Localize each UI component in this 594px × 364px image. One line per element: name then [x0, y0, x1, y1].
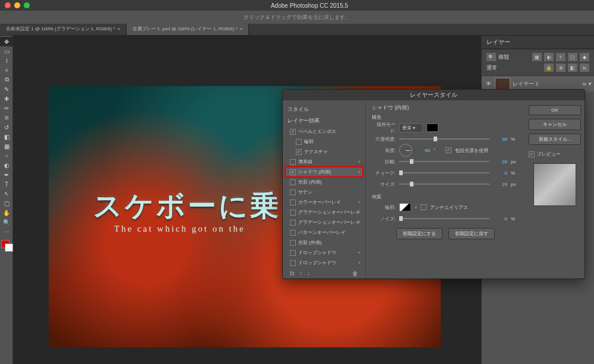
style-bevel-emboss[interactable]: ベベルとエンボス: [285, 126, 363, 137]
color-swatches[interactable]: [0, 239, 12, 253]
type-tool[interactable]: T: [0, 179, 13, 189]
shape-tool[interactable]: ▢: [0, 198, 13, 208]
size-value[interactable]: 29: [493, 182, 507, 187]
add-instance-icon[interactable]: +: [358, 250, 361, 255]
filter-smart-icon[interactable]: ◆: [580, 53, 589, 61]
stamp-tool[interactable]: ⧇: [0, 113, 13, 122]
gradient-tool[interactable]: ▦: [0, 141, 13, 151]
add-instance-icon[interactable]: +: [358, 159, 361, 164]
dialog-title-bar[interactable]: レイヤースタイル: [283, 90, 584, 100]
trash-icon[interactable]: 🗑: [352, 270, 358, 277]
move-tool[interactable]: ✥: [0, 37, 13, 46]
add-instance-icon[interactable]: +: [358, 210, 361, 215]
style-inner-glow[interactable]: 光彩 (内側): [285, 177, 363, 187]
distance-value[interactable]: 28: [493, 159, 507, 164]
contour-picker[interactable]: [399, 203, 411, 211]
ok-button[interactable]: OK: [529, 105, 581, 115]
brush-tool[interactable]: ✏: [0, 103, 13, 113]
crop-tool[interactable]: ⧉: [0, 75, 13, 84]
close-tab-icon[interactable]: ×: [240, 26, 243, 31]
zoom-tool[interactable]: 🔍: [0, 217, 13, 227]
artwork-main-text: スケボーに乗: [93, 187, 281, 225]
eraser-tool[interactable]: ◧: [0, 132, 13, 141]
hand-tool[interactable]: ✋: [0, 208, 13, 217]
style-inner-shadow[interactable]: シャドウ (内側)+: [285, 167, 363, 177]
fill-icon[interactable]: ◧: [568, 64, 577, 72]
reset-default-button[interactable]: 初期設定に戻す: [448, 228, 495, 239]
shadow-color-chip[interactable]: [426, 124, 438, 132]
choke-slider[interactable]: [399, 172, 489, 173]
angle-value[interactable]: 90: [416, 148, 430, 153]
add-instance-icon[interactable]: +: [358, 220, 361, 225]
close-window-button[interactable]: [5, 2, 11, 8]
blur-tool[interactable]: ○: [0, 151, 13, 160]
style-satin[interactable]: サテン: [285, 187, 363, 197]
add-instance-icon[interactable]: +: [358, 200, 361, 205]
angle-dial[interactable]: [399, 144, 412, 157]
opacity-slider[interactable]: [399, 138, 489, 140]
healing-tool[interactable]: ✚: [0, 94, 13, 103]
layer-thumbnail[interactable]: [495, 78, 510, 90]
layers-panel-title[interactable]: レイヤー: [482, 36, 594, 49]
size-slider[interactable]: [399, 183, 489, 185]
move-down-icon[interactable]: ↓: [307, 270, 310, 277]
filter-type-icon[interactable]: T: [556, 53, 565, 61]
add-instance-icon[interactable]: +: [358, 260, 361, 265]
choke-value[interactable]: 0: [493, 170, 507, 176]
collapse-fx-icon[interactable]: ▾: [589, 81, 592, 87]
blend-mode-select[interactable]: 乗算 ▾: [399, 124, 423, 132]
lock-icon[interactable]: 🔒: [544, 64, 554, 72]
fx-menu-icon[interactable]: fx: [290, 270, 295, 277]
style-contour[interactable]: 輪郭: [285, 137, 363, 147]
document-tab-2[interactable]: 金属プレート.psd @ 100% (レイヤー 1, RGB/8) *×: [127, 24, 249, 35]
visibility-icon[interactable]: 👁: [484, 81, 492, 87]
styles-heading[interactable]: スタイル: [285, 104, 363, 115]
layer-fx-badge[interactable]: fx: [583, 81, 586, 87]
move-up-icon[interactable]: ↑: [299, 270, 302, 277]
make-default-button[interactable]: 初期設定にする: [396, 228, 443, 239]
path-tool[interactable]: ↖: [0, 189, 13, 198]
preview-checkbox[interactable]: [529, 151, 535, 157]
filter-adj-icon[interactable]: ◐: [544, 53, 554, 61]
style-gradient-overlay[interactable]: グラデーションオーバーレイ+: [285, 207, 363, 217]
edit-toolbar[interactable]: ⋯: [0, 227, 13, 236]
pen-tool[interactable]: ✒: [0, 170, 13, 179]
close-tab-icon[interactable]: ×: [118, 26, 121, 31]
lasso-tool[interactable]: ⌇: [0, 56, 13, 65]
background-color[interactable]: [5, 243, 13, 252]
layer-name[interactable]: レイヤー 1: [513, 80, 580, 88]
add-instance-icon[interactable]: +: [358, 169, 361, 175]
style-gradient-overlay-2[interactable]: グラデーションオーバーレイ+: [285, 217, 363, 227]
dodge-tool[interactable]: ◐: [0, 160, 13, 170]
style-stroke[interactable]: 境界線+: [285, 157, 363, 167]
antialias-checkbox[interactable]: [421, 204, 426, 210]
fx-icon[interactable]: fx: [580, 64, 589, 72]
document-tab-1[interactable]: 名称未設定 1 @ 100% (グラデーション 1, RGB/8) *×: [0, 24, 127, 35]
history-brush-tool[interactable]: ↺: [0, 122, 13, 132]
style-texture[interactable]: テクスチャ: [285, 147, 363, 157]
eyedropper-tool[interactable]: ✎: [0, 84, 13, 94]
filter-pixel-icon[interactable]: ▦: [532, 53, 542, 61]
style-drop-shadow[interactable]: ドロップシャドウ+: [285, 248, 363, 258]
magic-wand-tool[interactable]: ✧: [0, 65, 13, 75]
marquee-tool[interactable]: ▭: [0, 46, 13, 56]
minimize-window-button[interactable]: [14, 2, 20, 8]
distance-slider[interactable]: [399, 161, 489, 162]
cancel-button[interactable]: キャンセル: [529, 119, 581, 130]
maximize-window-button[interactable]: [24, 2, 30, 8]
filter-kind-icon[interactable]: 🔍: [486, 53, 496, 61]
style-drop-shadow-2[interactable]: ドロップシャドウ+: [285, 258, 363, 268]
blend-mode-label[interactable]: 通常: [486, 64, 542, 72]
size-label: サイズ:: [372, 181, 396, 188]
style-color-overlay[interactable]: カラーオーバーレイ+: [285, 197, 363, 207]
noise-value[interactable]: 0: [493, 216, 507, 221]
noise-slider[interactable]: [399, 218, 489, 219]
opacity-value[interactable]: 38: [493, 137, 507, 142]
global-light-checkbox[interactable]: [446, 147, 451, 153]
style-pattern-overlay[interactable]: パターンオーバーレイ: [285, 227, 363, 238]
lock-all-icon[interactable]: ⊕: [556, 64, 565, 72]
style-outer-glow[interactable]: 光彩 (外側): [285, 238, 363, 248]
blending-options[interactable]: レイヤー効果: [285, 115, 363, 126]
new-style-button[interactable]: 新規スタイル...: [529, 134, 581, 145]
filter-shape-icon[interactable]: ▢: [568, 53, 577, 61]
